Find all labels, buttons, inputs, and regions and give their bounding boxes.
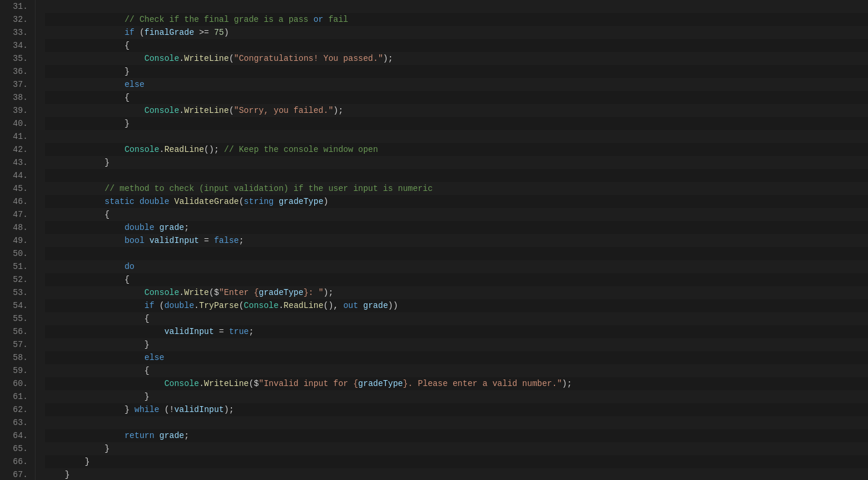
code-line-52: {	[45, 273, 868, 286]
code-line-50	[45, 247, 868, 260]
line-num-56: 56.	[0, 325, 28, 338]
code-line-53: Console.Write($"Enter {gradeType}: ");	[45, 286, 868, 299]
line-num-52: 52.	[0, 273, 28, 286]
line-num-49: 49.	[0, 234, 28, 247]
line-num-60: 60.	[0, 377, 28, 390]
line-num-65: 65.	[0, 442, 28, 455]
line-num-32: 32.	[0, 13, 28, 26]
code-line-47: {	[45, 208, 868, 221]
line-num-47: 47.	[0, 208, 28, 221]
line-num-62: 62.	[0, 403, 28, 416]
line-num-39: 39.	[0, 104, 28, 117]
line-num-31: 31.	[0, 0, 28, 13]
line-num-33: 33.	[0, 26, 28, 39]
code-line-56: validInput = true;	[45, 325, 868, 338]
code-line-51: do	[45, 260, 868, 273]
line-num-37: 37.	[0, 78, 28, 91]
code-line-39: Console.WriteLine("Sorry, you failed.");	[45, 104, 868, 117]
code-line-63	[45, 416, 868, 429]
line-num-46: 46.	[0, 195, 28, 208]
code-editor: 31. 32. 33. 34. 35. 36. 37. 38. 39. 40. …	[0, 0, 868, 480]
code-line-58: else	[45, 351, 868, 364]
code-line-35: Console.WriteLine("Congratulations! You …	[45, 52, 868, 65]
line-num-61: 61.	[0, 390, 28, 403]
code-line-61: }	[45, 390, 868, 403]
code-line-34: {	[45, 39, 868, 52]
code-line-43: }	[45, 156, 868, 169]
line-num-34: 34.	[0, 39, 28, 52]
line-num-44: 44.	[0, 169, 28, 182]
line-num-53: 53.	[0, 286, 28, 299]
code-line-44	[45, 169, 868, 182]
code-line-67: }	[45, 468, 868, 480]
code-line-45: // method to check (input validation) if…	[45, 182, 868, 195]
code-line-33: if (finalGrade >= 75)	[45, 26, 868, 39]
line-num-54: 54.	[0, 299, 28, 312]
code-line-38: {	[45, 91, 868, 104]
code-line-31	[45, 0, 868, 13]
code-line-49: bool validInput = false;	[45, 234, 868, 247]
line-num-59: 59.	[0, 364, 28, 377]
line-num-66: 66.	[0, 455, 28, 468]
line-num-43: 43.	[0, 156, 28, 169]
code-line-40: }	[45, 117, 868, 130]
line-num-48: 48.	[0, 221, 28, 234]
code-line-59: {	[45, 364, 868, 377]
line-num-35: 35.	[0, 52, 28, 65]
code-line-66: }	[45, 455, 868, 468]
code-line-64: return grade;	[45, 429, 868, 442]
code-line-36: }	[45, 65, 868, 78]
line-num-50: 50.	[0, 247, 28, 260]
code-line-57: }	[45, 338, 868, 351]
code-line-55: {	[45, 312, 868, 325]
line-num-63: 63.	[0, 416, 28, 429]
line-numbers: 31. 32. 33. 34. 35. 36. 37. 38. 39. 40. …	[0, 0, 36, 480]
code-line-32: // Check if the final grade is a pass or…	[45, 13, 868, 26]
code-line-62: } while (!validInput);	[45, 403, 868, 416]
line-num-51: 51.	[0, 260, 28, 273]
code-line-54: if (double.TryParse(Console.ReadLine(), …	[45, 299, 868, 312]
line-num-55: 55.	[0, 312, 28, 325]
line-num-38: 38.	[0, 91, 28, 104]
line-num-45: 45.	[0, 182, 28, 195]
code-line-42: Console.ReadLine(); // Keep the console …	[45, 143, 868, 156]
line-num-42: 42.	[0, 143, 28, 156]
line-num-40: 40.	[0, 117, 28, 130]
line-num-67: 67.	[0, 468, 28, 480]
line-num-41: 41.	[0, 130, 28, 143]
line-num-58: 58.	[0, 351, 28, 364]
code-line-60: Console.WriteLine($"Invalid input for {g…	[45, 377, 868, 390]
code-line-37: else	[45, 78, 868, 91]
code-line-65: }	[45, 442, 868, 455]
code-line-46: static double ValidateGrade(string grade…	[45, 195, 868, 208]
code-line-48: double grade;	[45, 221, 868, 234]
line-num-57: 57.	[0, 338, 28, 351]
code-line-41	[45, 130, 868, 143]
code-content[interactable]: // Check if the final grade is a pass or…	[36, 0, 868, 480]
line-num-64: 64.	[0, 429, 28, 442]
line-num-36: 36.	[0, 65, 28, 78]
